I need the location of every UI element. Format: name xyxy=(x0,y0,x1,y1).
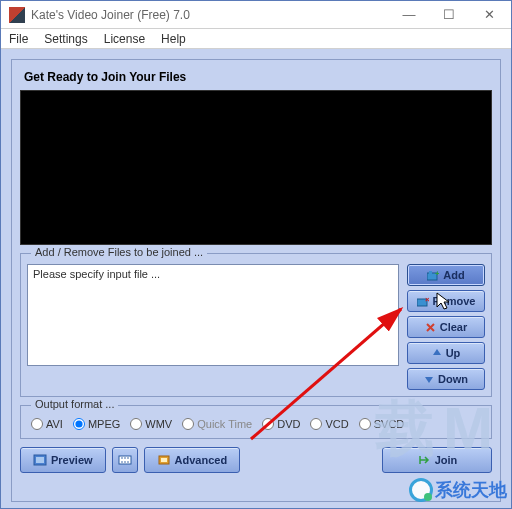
format-group: Output format ... AVI MPEG WMV Quick Tim… xyxy=(20,405,492,439)
up-button[interactable]: Up xyxy=(407,342,485,364)
add-icon: + xyxy=(427,270,439,281)
clear-button[interactable]: Clear xyxy=(407,316,485,338)
maximize-button[interactable]: ☐ xyxy=(429,2,469,28)
preview-button[interactable]: Preview xyxy=(20,447,106,473)
format-wmv[interactable]: WMV xyxy=(130,418,172,430)
format-svcd[interactable]: SVCD xyxy=(359,418,405,430)
app-window: Kate's Video Joiner (Free) 7.0 — ☐ ✕ Fil… xyxy=(0,0,512,509)
up-icon xyxy=(432,348,442,358)
down-button[interactable]: Down xyxy=(407,368,485,390)
join-icon xyxy=(417,454,431,466)
minimize-button[interactable]: — xyxy=(389,2,429,28)
format-mpeg[interactable]: MPEG xyxy=(73,418,120,430)
window-title: Kate's Video Joiner (Free) 7.0 xyxy=(31,8,389,22)
app-icon xyxy=(9,7,25,23)
svg-rect-1 xyxy=(429,271,432,274)
remove-button[interactable]: × Remove xyxy=(407,290,485,312)
config-button[interactable] xyxy=(112,447,138,473)
files-group: Add / Remove Files to be joined ... Plea… xyxy=(20,253,492,397)
format-avi[interactable]: AVI xyxy=(31,418,63,430)
filmstrip-icon xyxy=(118,454,132,466)
format-quicktime[interactable]: Quick Time xyxy=(182,418,252,430)
svg-point-13 xyxy=(127,461,129,463)
svg-rect-15 xyxy=(161,458,167,462)
format-vcd[interactable]: VCD xyxy=(310,418,348,430)
join-button[interactable]: Join xyxy=(382,447,492,473)
svg-point-9 xyxy=(124,457,126,459)
clear-icon xyxy=(425,322,436,333)
titlebar: Kate's Video Joiner (Free) 7.0 — ☐ ✕ xyxy=(1,1,511,29)
down-icon xyxy=(424,374,434,384)
remove-icon: × xyxy=(417,296,429,307)
file-list-placeholder: Please specify input file ... xyxy=(33,268,160,280)
advanced-icon xyxy=(157,454,171,466)
svg-point-11 xyxy=(121,461,123,463)
client-area: Get Ready to Join Your Files Add / Remov… xyxy=(1,49,511,508)
video-preview xyxy=(20,90,492,245)
bottom-toolbar: Preview Advanced Join xyxy=(20,447,492,473)
menu-license[interactable]: License xyxy=(104,32,145,46)
close-button[interactable]: ✕ xyxy=(469,2,509,28)
svg-point-12 xyxy=(124,461,126,463)
file-listbox[interactable]: Please specify input file ... xyxy=(27,264,399,366)
format-dvd[interactable]: DVD xyxy=(262,418,300,430)
add-button[interactable]: + Add xyxy=(407,264,485,286)
menu-file[interactable]: File xyxy=(9,32,28,46)
menubar: File Settings License Help xyxy=(1,29,511,49)
advanced-button[interactable]: Advanced xyxy=(144,447,241,473)
svg-point-8 xyxy=(121,457,123,459)
svg-point-10 xyxy=(127,457,129,459)
menu-settings[interactable]: Settings xyxy=(44,32,87,46)
main-panel: Get Ready to Join Your Files Add / Remov… xyxy=(11,59,501,502)
menu-help[interactable]: Help xyxy=(161,32,186,46)
format-group-title: Output format ... xyxy=(31,398,118,410)
files-group-title: Add / Remove Files to be joined ... xyxy=(31,246,207,258)
page-heading: Get Ready to Join Your Files xyxy=(20,68,492,90)
preview-icon xyxy=(33,454,47,466)
svg-rect-6 xyxy=(36,457,44,463)
svg-text:+: + xyxy=(435,270,439,278)
svg-text:×: × xyxy=(425,296,429,304)
